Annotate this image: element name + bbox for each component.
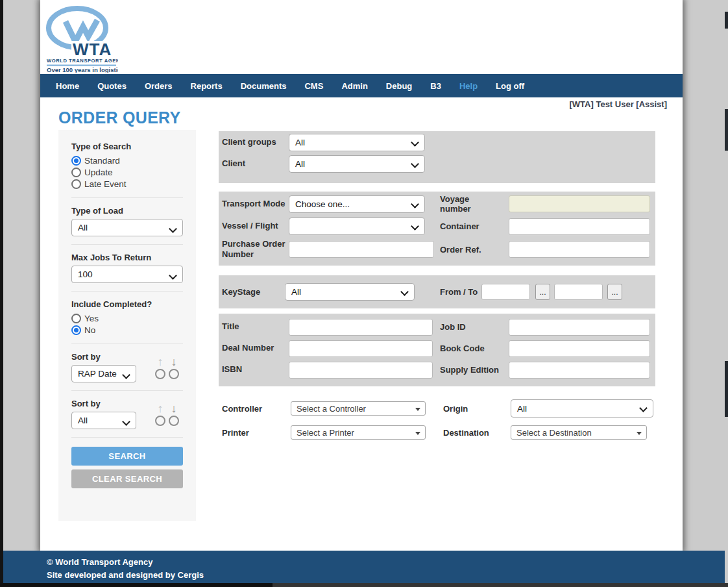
logo-name: WORLD TRANSPORT AGENCY xyxy=(47,58,118,64)
supply-edition-label: Supply Edition xyxy=(440,365,501,375)
transport-mode-value: Choose one... xyxy=(295,199,350,209)
radio-no[interactable] xyxy=(71,325,81,335)
max-jobs-label: Max Jobs To Return xyxy=(71,253,183,264)
radio-yes[interactable] xyxy=(71,314,81,323)
to-date-picker-button[interactable]: ... xyxy=(607,284,622,300)
sort-primary-direction xyxy=(155,356,179,379)
deal-number-label: Deal Number xyxy=(219,343,289,353)
type-of-load-label: Type of Load xyxy=(71,206,183,217)
nav-item-logoff[interactable]: Log off xyxy=(496,81,524,91)
sort-secondary-asc-radio[interactable] xyxy=(155,416,165,426)
deal-number-input[interactable] xyxy=(289,340,433,357)
order-query-form: Client groups All Client All Transport M… xyxy=(219,131,655,443)
radio-late-event-label: Late Event xyxy=(84,179,127,189)
nav-item-documents[interactable]: Documents xyxy=(241,81,287,91)
to-date-input[interactable] xyxy=(554,284,603,300)
sort-primary-desc-radio[interactable] xyxy=(169,369,179,379)
sort-secondary-select[interactable]: All xyxy=(71,412,136,429)
sort-primary-value: RAP Date xyxy=(78,369,117,379)
radio-standard[interactable] xyxy=(71,156,81,166)
sort-primary-section: Sort by RAP Date xyxy=(71,352,183,382)
book-code-input[interactable] xyxy=(509,340,650,357)
radio-row-no: No xyxy=(71,324,183,336)
clear-search-button[interactable]: CLEAR SEARCH xyxy=(71,469,183,488)
destination-label: Destination xyxy=(443,428,504,438)
horizontal-scrollbar[interactable] xyxy=(0,583,728,587)
title-input[interactable] xyxy=(289,319,433,336)
sidebar-divider xyxy=(71,244,183,245)
browser-page: WTA WORLD TRANSPORT AGENCY Over 100 year… xyxy=(40,0,683,551)
radio-row-late-event: Late Event xyxy=(71,178,183,190)
purchase-order-number-input[interactable] xyxy=(289,241,434,258)
sidebar-divider xyxy=(71,343,183,344)
from-to-label: From / To xyxy=(440,287,481,297)
from-date-input[interactable] xyxy=(481,284,530,300)
keystage-panel: KeyStage All From / To ... ... xyxy=(219,275,655,308)
type-of-search-label: Type of Search xyxy=(71,142,183,153)
nav-item-reports[interactable]: Reports xyxy=(191,81,223,91)
logo-acronym: WTA xyxy=(73,40,112,59)
nav-item-b3[interactable]: B3 xyxy=(430,81,441,91)
printer-value: Select a Printer xyxy=(297,428,354,438)
page-footer: © World Transport Agency Site developed … xyxy=(0,551,728,583)
isbn-label: ISBN xyxy=(219,364,289,375)
controller-section: Controller Select a Controller Origin Al… xyxy=(219,399,655,447)
type-of-load-value: All xyxy=(78,223,88,232)
main-navbar: Home Quotes Orders Reports Documents CMS… xyxy=(40,74,683,97)
transport-mode-select[interactable]: Choose one... xyxy=(289,195,425,213)
nav-item-help[interactable]: Help xyxy=(459,81,478,91)
sort-ascending-icon[interactable] xyxy=(158,403,164,415)
supply-edition-input[interactable] xyxy=(509,362,650,379)
order-ref-input[interactable] xyxy=(509,241,650,258)
nav-item-orders[interactable]: Orders xyxy=(145,81,173,91)
keystage-value: All xyxy=(291,287,301,297)
client-label: Client xyxy=(219,158,289,169)
controller-dropdown[interactable]: Select a Controller xyxy=(291,401,426,416)
printer-label: Printer xyxy=(219,428,291,438)
voyage-number-label: Voyage number xyxy=(440,194,501,214)
wta-logo: WTA WORLD TRANSPORT AGENCY Over 100 year… xyxy=(45,4,118,73)
client-value: All xyxy=(295,159,305,169)
sort-secondary-section: Sort by All xyxy=(71,399,183,429)
job-id-input[interactable] xyxy=(509,319,650,336)
sort-descending-icon[interactable] xyxy=(171,403,177,415)
radio-update-label: Update xyxy=(84,168,113,177)
title-panel: Title Job ID Deal Number Book Code xyxy=(219,314,655,386)
transport-panel: Transport Mode Choose one... Voyage numb… xyxy=(219,192,655,266)
printer-dropdown[interactable]: Select a Printer xyxy=(291,425,426,440)
search-button[interactable]: SEARCH xyxy=(71,447,183,466)
nav-item-home[interactable]: Home xyxy=(56,81,79,91)
controller-label: Controller xyxy=(219,404,291,414)
isbn-input[interactable] xyxy=(289,362,433,379)
radio-standard-label: Standard xyxy=(84,156,120,166)
max-jobs-select[interactable]: 100 xyxy=(71,266,183,283)
sort-primary-asc-radio[interactable] xyxy=(155,369,165,379)
sort-secondary-desc-radio[interactable] xyxy=(169,416,179,426)
radio-yes-label: Yes xyxy=(84,314,99,323)
client-select[interactable]: All xyxy=(289,155,425,173)
radio-row-update: Update xyxy=(71,166,183,178)
voyage-number-input[interactable] xyxy=(509,195,650,212)
destination-dropdown[interactable]: Select a Destination xyxy=(511,425,647,440)
client-groups-select[interactable]: All xyxy=(289,134,425,151)
search-sidebar: Type of Search Standard Update Late Even… xyxy=(58,130,196,521)
user-info: [WTA] Test User [Assist] xyxy=(570,99,667,109)
include-completed-label: Include Completed? xyxy=(71,299,183,310)
type-of-load-select[interactable]: All xyxy=(71,219,183,236)
sort-ascending-icon[interactable] xyxy=(158,356,164,368)
sort-primary-select[interactable]: RAP Date xyxy=(71,365,136,382)
radio-late-event[interactable] xyxy=(71,179,81,189)
nav-item-quotes[interactable]: Quotes xyxy=(97,81,127,91)
vessel-flight-select[interactable] xyxy=(289,218,425,235)
origin-select[interactable]: All xyxy=(511,399,653,418)
radio-update[interactable] xyxy=(71,168,81,177)
container-input[interactable] xyxy=(509,218,650,235)
vessel-flight-label: Vessel / Flight xyxy=(219,221,289,231)
nav-item-debug[interactable]: Debug xyxy=(386,81,412,91)
logo-tagline: Over 100 years in logistics xyxy=(47,66,118,73)
keystage-select[interactable]: All xyxy=(285,283,415,301)
nav-item-cms[interactable]: CMS xyxy=(304,81,323,91)
sort-descending-icon[interactable] xyxy=(171,356,177,368)
nav-item-admin[interactable]: Admin xyxy=(341,81,367,91)
from-date-picker-button[interactable]: ... xyxy=(535,284,550,300)
